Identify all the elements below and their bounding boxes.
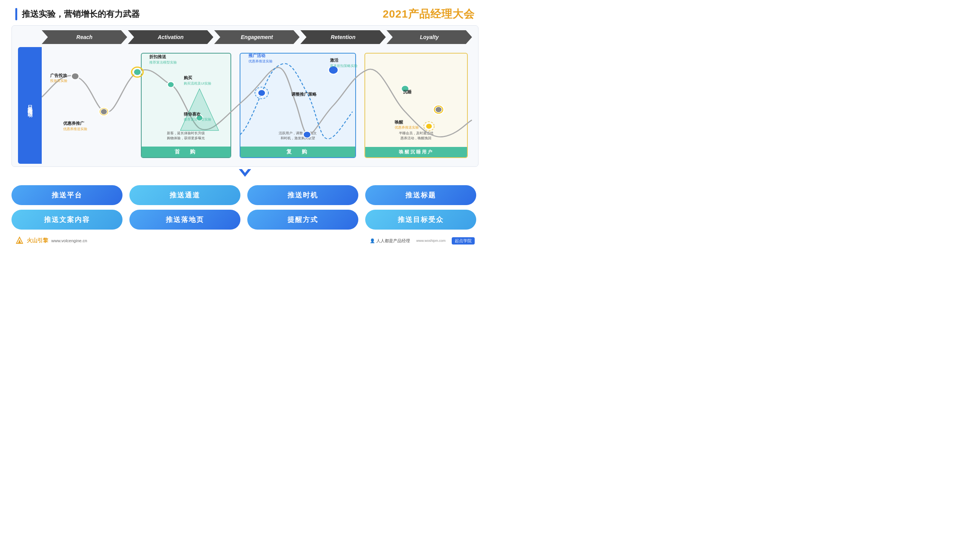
btn-push-channel[interactable]: 推送通道 (129, 185, 240, 205)
svg-point-14 (435, 107, 442, 112)
btn-push-landing[interactable]: 推送落地页 (129, 210, 240, 230)
svg-point-11 (303, 131, 311, 138)
footer-right: 👤 人人都是产品经理 www.woshipm.com 起点学院 (370, 237, 475, 245)
volcano-icon (15, 236, 24, 245)
footer-partner1-label: 👤 人人都是产品经理 (370, 238, 410, 244)
annotation-buy: 购买 购买流程及UI实验 (184, 75, 211, 86)
stages-row: Reach Activation Engagement Retention Lo… (18, 30, 472, 44)
footer-partner1-url: www.woshipm.com (416, 239, 446, 243)
svg-marker-17 (239, 169, 251, 177)
diagram-area: Reach Activation Engagement Retention Lo… (11, 25, 479, 167)
btn-remind-method[interactable]: 提醒方式 (247, 210, 358, 230)
header: 推送实验，营销增长的有力武器 2021产品经理大会 (0, 0, 490, 25)
content-area: 日常营销活动 首 购 新客，延长体验时长升级购物体验，获得更多曝光 复 购 活跃… (18, 47, 472, 164)
wave-chart (42, 47, 472, 164)
btn-push-title[interactable]: 推送标题 (365, 185, 476, 205)
footer-logo-name: 火山引擎 (27, 237, 48, 244)
btn-push-timing[interactable]: 推送时机 (247, 185, 358, 205)
buttons-section: 推送平台 推送通道 推送时机 推送标题 推送文案内容 推送落地页 提醒方式 推送… (11, 185, 479, 230)
annotation-sleep: 沉睡 (403, 89, 412, 95)
svg-point-8 (258, 90, 265, 96)
svg-point-6 (167, 82, 174, 87)
btn-push-audience[interactable]: 推送目标受众 (365, 210, 476, 230)
svg-marker-0 (180, 89, 219, 130)
stage-engagement: Engagement (214, 30, 299, 44)
annotation-adjust: 调整推广策略 (291, 91, 317, 97)
annotation-guess: 猜你喜欢 推荐算法模型实验 (184, 111, 211, 122)
svg-point-15 (426, 123, 432, 129)
btn-push-platform[interactable]: 推送平台 (11, 185, 122, 205)
annotation-awaken: 唤醒 优惠券推送实验 (395, 119, 419, 130)
footer-website: www.volcengine.cn (51, 238, 87, 243)
footer-partner2: 起点学院 (452, 237, 475, 245)
down-arrow (0, 168, 490, 180)
footer: 火山引擎 www.volcengine.cn 👤 人人都是产品经理 www.wo… (0, 234, 490, 247)
annotation-promo: 推广活动 优惠券推送实验 (248, 53, 273, 64)
header-title: 推送实验，营销增长的有力武器 (15, 8, 140, 20)
btn-push-content[interactable]: 推送文案内容 (11, 210, 122, 230)
stage-reach: Reach (42, 30, 127, 44)
buttons-row-2: 推送文案内容 推送落地页 提醒方式 推送目标受众 (11, 210, 479, 230)
chevron-down-icon (237, 168, 253, 178)
chart-main: 首 购 新客，延长体验时长升级购物体验，获得更多曝光 复 购 活跃用户，调整合适… (42, 47, 472, 164)
header-bar-decoration (15, 8, 17, 20)
annotation-ad: 广告投放 投放页实验 (50, 73, 67, 83)
annotation-coupon: 优惠券推广 优惠券推送实验 (63, 121, 87, 131)
stage-loyalty: Loyalty (387, 30, 472, 44)
sidebar-label: 日常营销活动 (18, 47, 42, 164)
conference-title: 2021产品经理大会 (383, 7, 475, 21)
stage-retention: Retention (301, 30, 386, 44)
footer-left: 火山引擎 www.volcengine.cn (15, 236, 87, 245)
svg-point-1 (71, 73, 79, 80)
svg-point-4 (134, 69, 141, 75)
buttons-row-1: 推送平台 推送通道 推送时机 推送标题 (11, 185, 479, 205)
annotation-discount: 折扣推送 推荐算法模型实验 (149, 54, 177, 65)
page-title: 推送实验，营销增长的有力武器 (22, 8, 140, 20)
stage-activation: Activation (128, 30, 213, 44)
annotation-activate: 激活 基本折扣策略实验 (330, 57, 358, 68)
svg-point-3 (101, 109, 107, 114)
